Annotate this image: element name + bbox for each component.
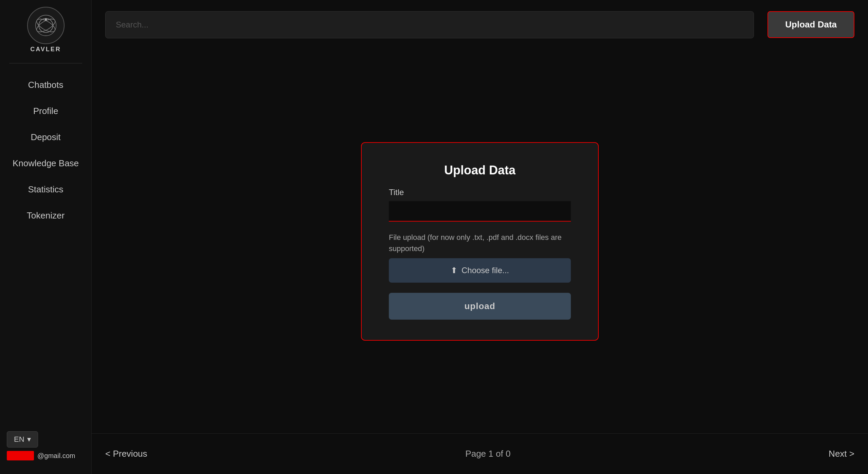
sidebar-item-chatbots[interactable]: Chatbots xyxy=(0,74,91,96)
language-button[interactable]: EN ▾ xyxy=(7,431,38,448)
title-form-group: Title xyxy=(389,188,571,222)
sidebar-item-deposit[interactable]: Deposit xyxy=(0,126,91,149)
center-area: Upload Data Title File upload (for now o… xyxy=(92,49,868,433)
file-upload-group: File upload (for now only .txt, .pdf and… xyxy=(389,232,571,283)
upload-card: Upload Data Title File upload (for now o… xyxy=(361,142,599,341)
previous-button[interactable]: < Previous xyxy=(105,449,147,459)
search-input[interactable] xyxy=(105,11,754,38)
sidebar-item-statistics[interactable]: Statistics xyxy=(0,178,91,201)
header: Upload Data xyxy=(92,0,868,49)
upload-icon: ⬆ xyxy=(451,266,457,275)
sidebar: CAVLER Chatbots Profile Deposit Knowledg… xyxy=(0,0,92,474)
email-text: @gmail.com xyxy=(37,452,75,460)
title-label: Title xyxy=(389,188,571,197)
choose-file-button[interactable]: ⬆ Choose file... xyxy=(389,258,571,283)
page-indicator: Page 1 of 0 xyxy=(465,449,510,459)
upload-button[interactable]: upload xyxy=(389,293,571,320)
sidebar-nav: Chatbots Profile Deposit Knowledge Base … xyxy=(0,74,91,227)
svg-point-4 xyxy=(44,18,47,20)
title-input[interactable] xyxy=(389,201,571,222)
logo-circle xyxy=(27,7,65,44)
upload-data-button[interactable]: Upload Data xyxy=(767,11,854,38)
upload-card-title: Upload Data xyxy=(444,163,516,177)
footer: < Previous Page 1 of 0 Next > xyxy=(92,433,868,474)
user-email-row: @gmail.com xyxy=(7,451,75,460)
sidebar-bottom: EN ▾ @gmail.com xyxy=(0,431,91,460)
file-upload-desc: File upload (for now only .txt, .pdf and… xyxy=(389,232,571,254)
sidebar-item-tokenizer[interactable]: Tokenizer xyxy=(0,204,91,227)
logo-area: CAVLER xyxy=(27,7,65,53)
logo-icon xyxy=(32,12,59,39)
logo-label: CAVLER xyxy=(30,46,61,53)
sidebar-item-profile[interactable]: Profile xyxy=(0,100,91,122)
email-badge xyxy=(7,451,34,460)
next-button[interactable]: Next > xyxy=(829,449,854,459)
sidebar-item-knowledge-base[interactable]: Knowledge Base xyxy=(0,152,91,175)
main-content: Upload Data Upload Data Title File uploa… xyxy=(92,0,868,474)
sidebar-divider xyxy=(9,63,82,63)
